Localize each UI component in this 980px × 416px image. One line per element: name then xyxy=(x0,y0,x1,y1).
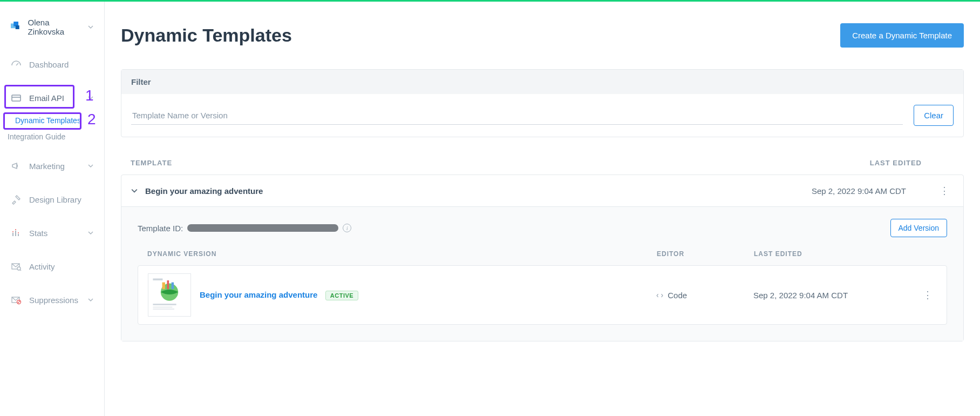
sidebar-item-label: Design Library xyxy=(29,195,81,204)
annotation-box-2 xyxy=(3,112,81,130)
svg-rect-25 xyxy=(153,307,172,308)
sidebar-item-label: Activity xyxy=(29,262,55,271)
sidebar-item-marketing[interactable]: Marketing xyxy=(0,154,104,178)
gauge-icon xyxy=(11,59,22,70)
sidebar-subitem-integration-guide[interactable]: Integration Guide xyxy=(8,129,104,144)
sidebar-item-dashboard[interactable]: Dashboard xyxy=(0,52,104,76)
kebab-menu-icon[interactable]: ⋮ xyxy=(935,184,954,198)
user-menu[interactable]: Olena Zinkovska xyxy=(0,12,104,52)
sidebar-item-label: Dashboard xyxy=(29,60,69,69)
svg-point-11 xyxy=(18,232,19,233)
sidebar: Olena Zinkovska Dashboard Email API xyxy=(0,2,105,416)
template-name: Begin your amazing adventure xyxy=(145,186,263,196)
sidebar-item-design-library[interactable]: Design Library xyxy=(0,187,104,211)
code-icon: ‹ › xyxy=(656,291,663,299)
filter-panel: Filter Clear xyxy=(121,69,964,137)
user-name: Olena Zinkovska xyxy=(28,18,80,36)
svg-rect-22 xyxy=(167,280,169,289)
filter-input[interactable] xyxy=(131,106,903,125)
main-content: Dynamic Templates Create a Dynamic Templ… xyxy=(105,2,980,416)
page-title: Dynamic Templates xyxy=(121,25,292,46)
sidebar-item-stats[interactable]: Stats xyxy=(0,221,104,245)
sidebar-item-label: Stats xyxy=(29,229,47,238)
column-last-edited: LAST EDITED xyxy=(754,250,905,258)
kebab-menu-icon[interactable]: ⋮ xyxy=(918,287,937,303)
column-template: TEMPLATE xyxy=(131,159,172,167)
bar-chart-icon xyxy=(11,227,22,238)
svg-rect-19 xyxy=(153,278,162,280)
column-last-edited: LAST EDITED xyxy=(870,159,922,167)
chevron-down-icon xyxy=(88,230,93,236)
template-id-redacted xyxy=(187,224,338,232)
template-details: Template ID: i Add Version DYNAMIC VERSI… xyxy=(121,206,963,341)
svg-rect-23 xyxy=(172,283,174,290)
template-last-edited: Sep 2, 2022 9:04 AM CDT xyxy=(812,186,906,196)
chevron-down-icon xyxy=(88,24,93,30)
envelope-blocked-icon xyxy=(11,294,22,305)
sidebar-item-label: Integration Guide xyxy=(8,132,65,141)
svg-point-10 xyxy=(15,229,16,230)
svg-line-3 xyxy=(16,63,18,65)
version-last-edited: Sep 2, 2022 9:04 AM CDT xyxy=(753,291,904,300)
annotation-number-1: 1 xyxy=(85,87,94,104)
logo-icon xyxy=(11,22,20,32)
annotation-number-2: 2 xyxy=(87,111,96,128)
clear-button[interactable]: Clear xyxy=(914,105,954,126)
active-badge: ACTIVE xyxy=(325,291,358,300)
pencil-ruler-icon xyxy=(11,194,22,205)
template-row[interactable]: Begin your amazing adventure Sep 2, 2022… xyxy=(121,175,963,206)
filter-heading: Filter xyxy=(121,70,963,94)
chevron-down-icon xyxy=(88,297,93,303)
sidebar-item-label: Marketing xyxy=(29,162,65,171)
svg-line-14 xyxy=(20,270,21,271)
template-id-label: Template ID: xyxy=(138,224,183,233)
sidebar-item-activity[interactable]: Activity xyxy=(0,254,104,278)
svg-point-9 xyxy=(12,231,13,232)
version-thumbnail xyxy=(148,273,191,317)
envelope-search-icon xyxy=(11,261,22,272)
svg-rect-2 xyxy=(16,25,19,29)
megaphone-icon xyxy=(11,160,22,171)
sidebar-item-suppressions[interactable]: Suppressions xyxy=(0,288,104,312)
template-card: Begin your amazing adventure Sep 2, 2022… xyxy=(121,175,964,341)
version-editor: Code xyxy=(668,291,687,300)
chevron-down-icon xyxy=(131,187,138,194)
sidebar-item-label: Suppressions xyxy=(29,296,78,305)
add-version-button[interactable]: Add Version xyxy=(890,219,948,237)
version-row[interactable]: Begin your amazing adventure ACTIVE ‹ › … xyxy=(138,265,947,325)
info-icon[interactable]: i xyxy=(343,224,351,232)
svg-rect-24 xyxy=(153,304,176,305)
chevron-down-icon xyxy=(88,163,93,169)
create-template-button[interactable]: Create a Dynamic Template xyxy=(840,23,964,48)
column-editor: EDITOR xyxy=(657,250,754,258)
column-dynamic-version: DYNAMIC VERSION xyxy=(147,250,657,258)
version-name: Begin your amazing adventure xyxy=(200,290,317,299)
annotation-box-1 xyxy=(4,85,74,109)
svg-rect-26 xyxy=(153,308,174,310)
svg-rect-21 xyxy=(162,283,165,290)
